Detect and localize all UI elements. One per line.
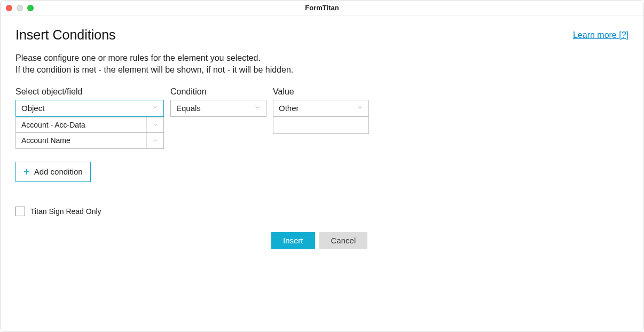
value-label: Value bbox=[273, 87, 369, 97]
chevron-down-icon bbox=[146, 133, 163, 148]
object-type-select[interactable]: Object bbox=[15, 100, 164, 117]
value-input[interactable] bbox=[273, 117, 369, 134]
object-field-select[interactable]: Account Name bbox=[15, 133, 164, 149]
read-only-checkbox[interactable] bbox=[15, 207, 25, 216]
plus-icon: + bbox=[23, 167, 30, 177]
insert-button[interactable]: Insert bbox=[271, 232, 315, 249]
traffic-lights bbox=[6, 5, 34, 11]
chevron-down-icon bbox=[254, 104, 261, 112]
window-title: FormTitan bbox=[1, 4, 643, 12]
minimize-window-button[interactable] bbox=[17, 5, 23, 11]
chevron-down-icon bbox=[357, 104, 363, 112]
add-condition-label: Add condition bbox=[34, 167, 83, 176]
condition-value: Equals bbox=[176, 104, 201, 113]
value-select-value: Other bbox=[279, 104, 299, 113]
chevron-down-icon bbox=[152, 104, 158, 112]
description-line-1: Please configure one or more rules for t… bbox=[15, 52, 629, 64]
value-select[interactable]: Other bbox=[273, 100, 369, 117]
window: FormTitan Insert Conditions Learn more [… bbox=[0, 0, 644, 332]
object-field-label: Select object/field bbox=[15, 87, 164, 97]
condition-column: Condition Equals bbox=[170, 87, 266, 117]
titlebar: FormTitan bbox=[1, 1, 643, 15]
maximize-window-button[interactable] bbox=[27, 5, 34, 11]
object-type-value: Object bbox=[21, 104, 44, 113]
object-field-column: Select object/field Object Account - Acc… bbox=[15, 87, 164, 149]
condition-label: Condition bbox=[170, 87, 266, 97]
add-condition-button[interactable]: + Add condition bbox=[15, 162, 91, 182]
chevron-down-icon bbox=[146, 117, 163, 132]
dialog-content: Insert Conditions Learn more [?] Please … bbox=[1, 15, 643, 331]
conditions-form: Select object/field Object Account - Acc… bbox=[15, 87, 629, 249]
learn-more-link[interactable]: Learn more [?] bbox=[573, 30, 629, 40]
description-text: Please configure one or more rules for t… bbox=[15, 52, 629, 76]
description-line-2: If the condition is met - the element wi… bbox=[15, 64, 629, 76]
value-column: Value Other bbox=[273, 87, 369, 134]
object-account-select[interactable]: Account - Acc-Data bbox=[15, 117, 164, 133]
cancel-button[interactable]: Cancel bbox=[319, 232, 368, 249]
condition-select[interactable]: Equals bbox=[170, 100, 266, 117]
read-only-row: Titan Sign Read Only bbox=[15, 207, 629, 216]
dialog-buttons: Insert Cancel bbox=[271, 232, 629, 249]
object-field-value: Account Name bbox=[21, 136, 70, 145]
object-account-value: Account - Acc-Data bbox=[21, 121, 85, 129]
close-window-button[interactable] bbox=[6, 5, 12, 11]
page-title: Insert Conditions bbox=[15, 27, 116, 43]
read-only-label: Titan Sign Read Only bbox=[30, 207, 101, 216]
